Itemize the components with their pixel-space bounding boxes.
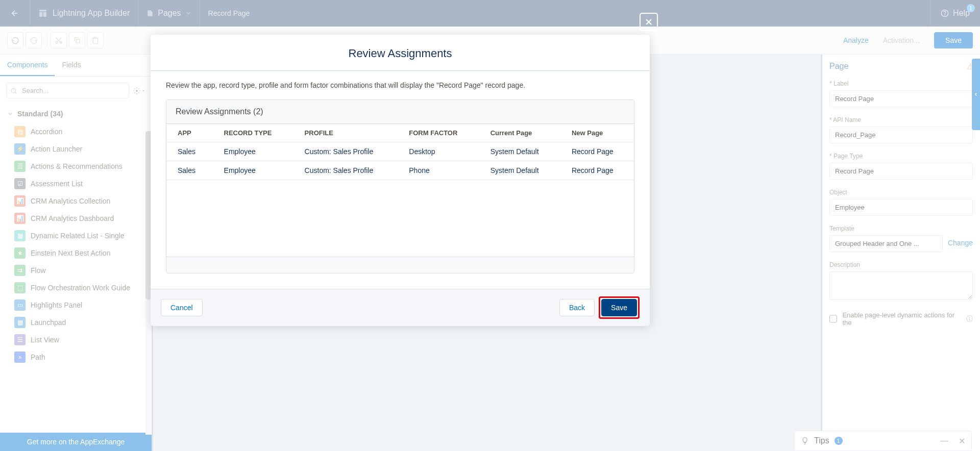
cancel-button[interactable]: Cancel [161,299,203,316]
review-assignments-modal: Review Assignments Review the app, recor… [151,35,650,326]
col-profile: PROFILE [293,124,398,142]
table-section-title: Review Assignments (2) [166,100,634,124]
col-app: APP [166,124,213,142]
table-row: Sales Employee Custom: Sales Profile Pho… [166,161,634,180]
assignments-table: APP RECORD TYPE PROFILE FORM FACTOR Curr… [166,124,634,180]
col-record-type: RECORD TYPE [213,124,293,142]
col-new-page: New Page [560,124,634,142]
modal-close-button[interactable] [640,13,658,31]
save-highlight: Save [599,296,640,319]
table-row: Sales Employee Custom: Sales Profile Des… [166,142,634,161]
modal-description: Review the app, record type, profile and… [166,81,634,89]
back-button[interactable]: Back [559,299,595,316]
modal-title: Review Assignments [161,47,640,60]
modal-save-button[interactable]: Save [601,299,637,316]
col-current-page: Current Page [479,124,560,142]
col-form-factor: FORM FACTOR [398,124,479,142]
assignments-table-box: Review Assignments (2) APP RECORD TYPE P… [166,99,634,273]
close-icon [644,17,654,27]
